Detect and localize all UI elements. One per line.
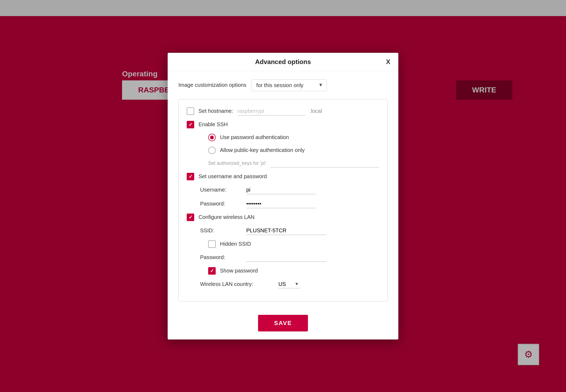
password-input[interactable] — [246, 200, 316, 208]
close-button[interactable]: X — [386, 59, 390, 65]
country-select[interactable]: US GB DE FR JP — [278, 280, 300, 288]
configure-wireless-label: Configure wireless LAN — [199, 214, 255, 220]
hostname-suffix: .local — [310, 108, 322, 114]
set-hostname-checkbox[interactable] — [187, 107, 194, 115]
country-row: Wireless LAN country: US GB DE FR JP ▼ — [200, 280, 379, 288]
use-password-auth-label: Use password authentication — [220, 134, 289, 140]
configure-wireless-checkbox[interactable] — [187, 214, 194, 221]
set-username-password-checkbox[interactable] — [187, 173, 194, 180]
auth-keys-label: Set authorized_keys for 'pi': — [208, 160, 267, 166]
enable-ssh-label: Enable SSH — [199, 121, 228, 128]
password-row: Password: — [200, 200, 379, 208]
show-password-checkbox[interactable] — [208, 267, 216, 275]
save-button[interactable]: SAVE — [258, 315, 308, 331]
set-username-password-row: Set username and password — [187, 173, 379, 180]
hidden-ssid-label: Hidden SSID — [220, 241, 251, 247]
password-label: Password: — [200, 201, 243, 207]
wireless-password-input[interactable] — [246, 253, 327, 262]
modal-header: Advanced options X — [168, 53, 398, 71]
image-customization-row: Image customization options for this ses… — [178, 79, 388, 91]
allow-public-key-radio[interactable] — [208, 147, 216, 154]
hostname-input[interactable] — [237, 107, 305, 115]
show-password-label: Show password — [220, 268, 258, 274]
modal-title: Advanced options — [255, 58, 311, 66]
advanced-options-modal: Advanced options X Image customization o… — [168, 53, 398, 339]
wireless-password-label: Password: — [200, 254, 243, 260]
show-password-row: Show password — [208, 267, 379, 275]
session-select[interactable]: for this session only to always use disa… — [252, 79, 327, 91]
configure-wireless-row: Configure wireless LAN — [187, 214, 379, 221]
options-box: Set hostname: .local Enable SSH Use pass… — [178, 99, 388, 301]
modal-footer: SAVE — [168, 309, 398, 339]
session-select-wrapper: for this session only to always use disa… — [252, 79, 327, 91]
set-hostname-row: Set hostname: .local — [187, 107, 379, 115]
image-customization-label: Image customization options — [178, 82, 246, 88]
allow-public-key-label: Allow public-key authentication only — [220, 147, 305, 153]
username-input[interactable] — [246, 186, 316, 194]
modal-body: Image customization options for this ses… — [168, 71, 398, 309]
ssid-row: SSID: — [200, 226, 379, 235]
hidden-ssid-checkbox[interactable] — [208, 240, 216, 248]
country-select-wrapper: US GB DE FR JP ▼ — [278, 280, 300, 288]
use-password-auth-row: Use password authentication — [208, 134, 379, 141]
username-label: Username: — [200, 187, 243, 193]
modal-overlay: Advanced options X Image customization o… — [0, 0, 566, 392]
ssid-label: SSID: — [200, 227, 243, 234]
set-hostname-label: Set hostname: — [199, 108, 233, 114]
hidden-ssid-row: Hidden SSID — [208, 240, 379, 248]
enable-ssh-row: Enable SSH — [187, 121, 379, 128]
allow-public-key-row: Allow public-key authentication only — [208, 147, 379, 154]
ssid-input[interactable] — [246, 226, 327, 235]
auth-keys-input[interactable] — [270, 159, 379, 167]
username-row: Username: — [200, 186, 379, 194]
auth-keys-row: Set authorized_keys for 'pi': — [208, 159, 379, 167]
enable-ssh-checkbox[interactable] — [187, 121, 194, 128]
country-label: Wireless LAN country: — [200, 281, 275, 287]
set-username-password-label: Set username and password — [199, 173, 267, 180]
use-password-auth-radio[interactable] — [208, 134, 216, 141]
wireless-password-row: Password: — [200, 253, 379, 262]
